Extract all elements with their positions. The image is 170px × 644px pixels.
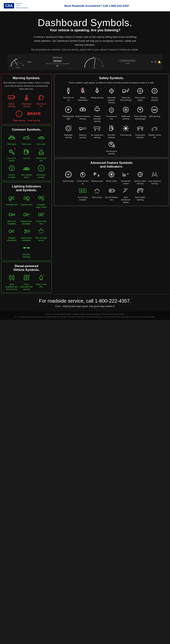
sidelight-icon xyxy=(7,226,17,236)
symbol-seatbelt: Seat belt not on xyxy=(62,86,75,104)
svg-text:!: ! xyxy=(113,125,114,127)
symbol-water-fuel: H₂O ! Water in fuel filter xyxy=(35,273,48,290)
symbol-rain-sensor: Rain and light sensor xyxy=(35,226,48,242)
fuel-filter-label: Fuel filter warning xyxy=(105,134,118,139)
dipped-beam-2-icon xyxy=(22,226,31,236)
svg-text:P: P xyxy=(67,108,70,112)
symbol-headlight-range: Headlight range control xyxy=(35,193,48,208)
dipped-beam-icon xyxy=(22,210,31,219)
trailer-icon xyxy=(121,86,130,96)
distance-label: Distance warning xyxy=(76,134,89,139)
service-reminder-icon xyxy=(7,164,17,173)
parking-assist-label: Parking assist xyxy=(91,180,103,182)
airbag-off-label: Airbag deactivated xyxy=(76,96,89,101)
suspension-icon xyxy=(135,124,145,133)
defrost-label: Rear window defrost xyxy=(20,174,33,178)
symbol-oil: Oil pressure low xyxy=(35,92,48,108)
svg-point-54 xyxy=(38,196,41,199)
advanced-title: Advanced Feature Symbolsand Indicators. xyxy=(56,161,167,168)
svg-point-20 xyxy=(26,98,27,100)
svg-point-98 xyxy=(96,88,98,90)
steering-lock-label: Steering lock warning xyxy=(105,150,118,155)
symbol-temperature: Temperature warning xyxy=(20,92,33,108)
svg-point-99 xyxy=(96,90,99,92)
svg-rect-112 xyxy=(128,89,129,90)
lowfuel-icon xyxy=(22,147,31,156)
svg-line-199 xyxy=(156,172,157,177)
symbol-hood: Hood open xyxy=(5,133,18,145)
dash-right-icons: ☀ ❄ 🔔 xyxy=(151,60,161,64)
airbag-warn-label: Airbag warning xyxy=(91,96,103,99)
symbol-service-reminder: Service reminder xyxy=(5,164,18,178)
svg-rect-86 xyxy=(24,276,29,280)
main-layout: Warning Symbols. Red indicates a potenti… xyxy=(0,73,170,294)
symbol-stability: Stability control off xyxy=(148,124,161,139)
svg-line-57 xyxy=(41,198,44,199)
hero-title: Dashboard Symbols. xyxy=(8,17,162,28)
symbol-power-steering: ! Power steering warning light xyxy=(133,105,147,122)
svg-text:!: ! xyxy=(44,274,44,277)
svg-rect-123 xyxy=(82,109,83,110)
svg-rect-27 xyxy=(40,137,42,139)
lowfuel-label: Low fuel xyxy=(23,157,30,160)
steering-lock-icon xyxy=(107,140,116,149)
brake-text-display: BRAKE xyxy=(27,112,40,116)
sidelight-label: Sidelight information xyxy=(5,237,18,242)
svg-point-119 xyxy=(153,90,155,92)
ignition-label: Ignition switch warning xyxy=(133,180,147,185)
clutch-label: Press clutch pedal xyxy=(133,96,147,101)
svg-rect-84 xyxy=(10,276,11,280)
svg-point-101 xyxy=(110,89,113,93)
svg-point-216 xyxy=(137,192,139,193)
service-reminder-label: Service reminder xyxy=(5,174,18,178)
catalytic-icon xyxy=(92,105,102,114)
svg-text:i: i xyxy=(41,166,42,170)
svg-point-48 xyxy=(27,197,29,199)
speed-lim-label: Speed limiter xyxy=(63,180,74,182)
svg-rect-17 xyxy=(26,95,27,99)
svg-line-74 xyxy=(12,232,14,232)
symbol-parking-assist: P Parking assist xyxy=(90,170,104,185)
diesel-filter-label: Diesel particulate filter warning xyxy=(20,283,33,290)
symbol-winter: ❄ Winter mode xyxy=(105,170,118,185)
svg-point-94 xyxy=(68,88,69,90)
symbol-gearbox: ! Automatic gearbox warning xyxy=(105,86,118,104)
suspension-label: Suspension dampers xyxy=(133,134,147,139)
svg-text:ABS: ABS xyxy=(152,109,156,111)
parking-brake-label: Parking brake light xyxy=(62,115,75,120)
symbol-tire: ! Tire pressure low xyxy=(105,105,118,122)
svg-point-66 xyxy=(38,213,41,216)
rpm-gauge: x 1000 0 6 3 4 xyxy=(9,55,26,68)
tire-label: Tire pressure low xyxy=(105,115,118,120)
eco-label: Eco driving indicator xyxy=(76,196,89,201)
symbol-parking-brake: P Parking brake light xyxy=(62,105,75,122)
rain-sensor-label: Rain and light sensor xyxy=(35,237,48,242)
warning-desc: Red indicates a potential problem, failu… xyxy=(3,81,50,90)
trailer-label: Trailer tow hitch warning xyxy=(119,96,132,101)
lighting-symbols-grid: Fog light front Fog light xyxy=(3,193,50,258)
svg-point-21 xyxy=(39,99,40,100)
footer-legal: © 2016 CAA South Central Ontario. All ri… xyxy=(0,312,170,320)
symbol-brake-circle: ! Brake warning xyxy=(13,109,26,122)
eco-icon: ECO xyxy=(78,186,87,195)
symbol-airbag-warn: ! Airbag warning xyxy=(90,86,104,104)
symbol-lane: Lane departure warning xyxy=(148,170,161,185)
common-section: Common Symbols. Hood open xyxy=(1,125,52,181)
header: CAA Insurance Travel Member Rewards Need… xyxy=(0,0,170,11)
trunk-icon xyxy=(22,133,31,142)
footer-cta-text: For roadside service, call 1-800-222-435… xyxy=(4,298,166,304)
svg-point-133 xyxy=(140,109,141,110)
svg-point-71 xyxy=(9,230,12,232)
svg-point-125 xyxy=(109,108,114,112)
hero-note: Not all symbols are universal. If you ar… xyxy=(8,48,162,51)
ext-light-icon: ! xyxy=(37,210,46,219)
engine-label: Engine/emissions warning xyxy=(75,115,90,120)
svg-rect-143 xyxy=(79,128,82,129)
airbag-off-icon xyxy=(78,86,87,96)
defrost-icon xyxy=(22,164,31,173)
lighting-title: Lighting Indicatorsand Symbols. xyxy=(3,184,50,192)
svg-rect-210 xyxy=(111,190,112,192)
symbol-dipped-beam-2: Dipped beam headlights xyxy=(20,226,33,242)
symbol-fuel-filter: ! Fuel filter warning xyxy=(105,124,118,139)
auto-wipe-icon: AUTO xyxy=(121,186,130,195)
